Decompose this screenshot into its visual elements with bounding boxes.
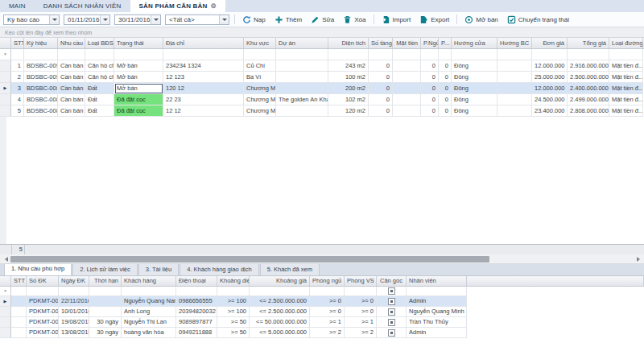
- grid-cell[interactable]: [532, 49, 568, 60]
- grid-cell[interactable]: 22/11/2016: [59, 296, 89, 307]
- tab-san-pham-can-ban[interactable]: SẢN PHẨM CĂN BẢN ⚙: [130, 0, 225, 12]
- column-header[interactable]: Ngày ĐK: [59, 276, 89, 287]
- column-header[interactable]: Nhân viên: [407, 276, 467, 287]
- grid-cell[interactable]: 24.500.000: [532, 94, 568, 105]
- grid-cell[interactable]: Mặt tiền đ...: [609, 72, 643, 83]
- add-button[interactable]: Thêm: [272, 14, 304, 25]
- grid-cell[interactable]: [89, 287, 122, 296]
- grid-cell[interactable]: [328, 49, 369, 60]
- grid-cell[interactable]: Đất: [85, 94, 114, 105]
- grid-cell[interactable]: [276, 72, 328, 83]
- column-header[interactable]: Tổng giá: [568, 38, 609, 49]
- grid-cell[interactable]: 4: [11, 94, 24, 105]
- grid-cell[interactable]: 0: [421, 83, 439, 94]
- table-row[interactable]: PDKMT-001413/08/201530 ngàyhoàng văn hòa…: [0, 328, 644, 338]
- grid-cell[interactable]: Đông: [452, 60, 497, 72]
- grid-cell[interactable]: [276, 49, 328, 60]
- grid-cell[interactable]: [393, 105, 421, 117]
- table-row[interactable]: 1BDSBC-0091Cần bánCăn hộ ch...Mở bán2342…: [0, 60, 644, 72]
- column-header[interactable]: Phòng VS: [345, 276, 377, 287]
- checkbox-icon[interactable]: [388, 287, 395, 295]
- detail-tab-khach-hang-giao-dich[interactable]: 4. Khách hàng giao dịch: [180, 263, 258, 275]
- grid-cell[interactable]: [393, 94, 421, 105]
- grid-cell[interactable]: PDKMT-0045: [27, 296, 59, 307]
- grid-cell[interactable]: [122, 287, 176, 296]
- grid-cell[interactable]: [276, 60, 328, 72]
- scroll-left-arrow-icon[interactable]: [0, 254, 10, 263]
- grid-cell[interactable]: [310, 287, 345, 296]
- grid-cell[interactable]: BDSBC-0087: [24, 105, 58, 117]
- grid-cell[interactable]: 0: [369, 83, 393, 94]
- grid-cell[interactable]: Cần bán: [58, 83, 85, 94]
- grid-cell[interactable]: [11, 317, 27, 328]
- grid-cell[interactable]: >= 2: [345, 328, 377, 338]
- column-header[interactable]: Đơn giá: [532, 38, 568, 49]
- column-header[interactable]: Căn góc: [377, 276, 407, 287]
- column-header[interactable]: Hướng cửa: [452, 38, 497, 49]
- grid-cell[interactable]: 200 m2: [328, 83, 369, 94]
- grid-cell[interactable]: <= 50.000.000.000: [250, 317, 310, 328]
- gear-icon[interactable]: ⚙: [211, 3, 217, 10]
- grid-cell[interactable]: [377, 296, 407, 307]
- report-period-select[interactable]: Kỳ báo cáo: [3, 14, 60, 25]
- grid-cell[interactable]: BDSBC-0089: [24, 83, 58, 94]
- grid-cell[interactable]: 120 12: [163, 83, 244, 94]
- grid-cell[interactable]: 20394820032: [176, 307, 217, 317]
- grid-cell[interactable]: Đông: [452, 83, 497, 94]
- grid-cell[interactable]: [58, 49, 85, 60]
- grid-cell[interactable]: 0: [421, 72, 439, 83]
- grid-cell[interactable]: 5: [11, 105, 24, 117]
- grid-cell[interactable]: [250, 287, 310, 296]
- grid-cell[interactable]: Chương Mỹ: [244, 83, 276, 94]
- grid-cell[interactable]: [276, 83, 328, 94]
- grid-cell[interactable]: 12 12: [163, 105, 244, 117]
- grid-cell[interactable]: Trần Thu Thủy: [407, 317, 467, 328]
- grid-cell[interactable]: [163, 49, 244, 60]
- grid-cell[interactable]: [497, 83, 532, 94]
- grid-cell[interactable]: 0: [439, 60, 452, 72]
- grid-cell[interactable]: Cần bán: [58, 72, 85, 83]
- grid-cell[interactable]: 1: [11, 60, 24, 72]
- grid-cell[interactable]: 12.000.000: [532, 83, 568, 94]
- grid-cell[interactable]: <= 2.500.000.000: [250, 296, 310, 307]
- column-header[interactable]: Địa chỉ: [163, 38, 244, 49]
- date-to-input[interactable]: 30/11/2016: [114, 14, 161, 25]
- grid-cell[interactable]: PDKMT-0014: [27, 328, 59, 338]
- grid-cell[interactable]: hoàng văn hòa: [122, 328, 176, 338]
- table-row[interactable]: ▶PDKMT-004522/11/2016Nguyễn Quang Nam098…: [0, 296, 644, 307]
- grid-cell[interactable]: <= 2.500.000.000: [250, 307, 310, 317]
- grid-cell[interactable]: 10/01/2016: [59, 307, 89, 317]
- grid-cell[interactable]: Nguyễn Quang Minh: [407, 307, 467, 317]
- grid-cell[interactable]: [393, 83, 421, 94]
- column-header[interactable]: Điện thoại: [176, 276, 217, 287]
- column-header[interactable]: Thời hạn: [89, 276, 122, 287]
- grid-cell[interactable]: [89, 296, 122, 307]
- column-header[interactable]: Trạng thái: [114, 38, 163, 49]
- grid-cell[interactable]: >= 100: [217, 296, 250, 307]
- grid-cell[interactable]: 25.000.000: [532, 72, 568, 83]
- grid-cell[interactable]: [85, 49, 114, 60]
- scrollbar-thumb[interactable]: [10, 256, 489, 262]
- column-header[interactable]: Loại BĐS: [85, 38, 114, 49]
- grid-cell[interactable]: [59, 287, 89, 296]
- column-header[interactable]: Phòng ngủ: [310, 276, 345, 287]
- detail-tab-khach-da-xem[interactable]: 5. Khách đã xem: [260, 263, 320, 275]
- grid-cell[interactable]: [345, 287, 377, 296]
- grid-cell[interactable]: [27, 287, 59, 296]
- grid-cell[interactable]: Admin: [407, 296, 467, 307]
- grid-cell[interactable]: 120 m2: [328, 105, 369, 117]
- grid-cell[interactable]: PDKMT-0038: [27, 307, 59, 317]
- grid-cell[interactable]: The golden An Khánh: [276, 94, 328, 105]
- column-header[interactable]: Dự án: [276, 38, 328, 49]
- grid-cell[interactable]: [407, 287, 467, 296]
- checkbox-icon[interactable]: [388, 329, 395, 337]
- grid-cell[interactable]: [497, 105, 532, 117]
- grid-cell[interactable]: 9089897877: [176, 317, 217, 328]
- column-header[interactable]: Diện tích: [328, 38, 369, 49]
- grid-cell[interactable]: 243 m2: [328, 60, 369, 72]
- grid-cell[interactable]: [452, 49, 497, 60]
- grid-cell[interactable]: Chương Mỹ: [244, 105, 276, 117]
- column-header[interactable]: STT: [11, 38, 24, 49]
- grid-cell[interactable]: [114, 49, 163, 60]
- table-row[interactable]: 4BDSBC-0088Cần bánĐấtĐã đặt cọc22 23Chươ…: [0, 94, 644, 105]
